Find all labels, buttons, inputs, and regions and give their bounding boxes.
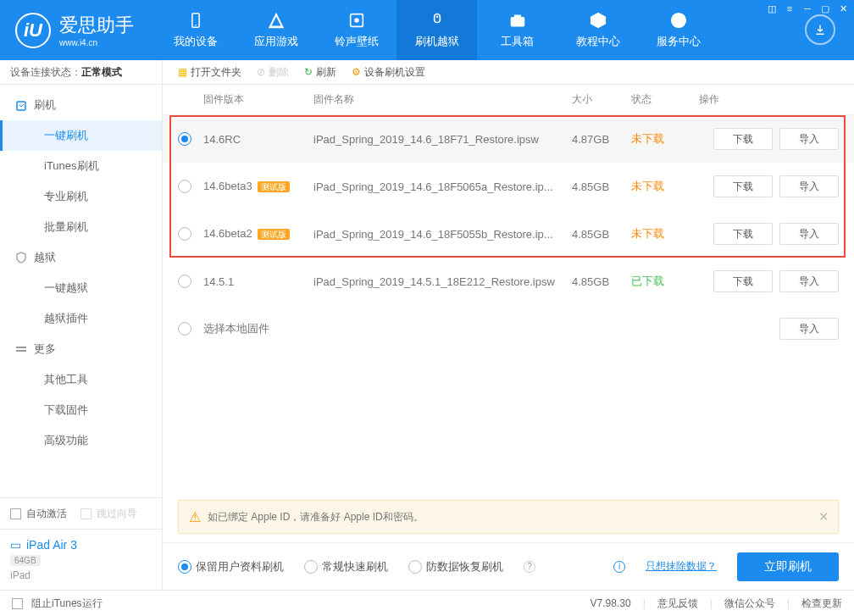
row-action-button[interactable]: 下载 <box>713 270 773 292</box>
row-status: 未下载 <box>631 131 699 147</box>
main-panel: ▦打开文件夹 ⊘删除 ↻刷新 ⚙设备刷机设置 固件版本 固件名称 大小 状态 操… <box>163 60 854 590</box>
column-headers: 固件版本 固件名称 大小 状态 操作 <box>163 85 854 115</box>
svg-point-6 <box>596 19 600 22</box>
wechat-link[interactable]: 微信公众号 <box>724 597 775 611</box>
nav-tab-2[interactable]: 铃声壁纸 <box>316 0 396 60</box>
flash-button[interactable]: 立即刷机 <box>737 552 839 581</box>
row-version: 14.6RC <box>203 133 313 146</box>
feedback-link[interactable]: 意见反馈 <box>657 597 698 611</box>
firmware-row[interactable]: 选择本地固件导入 <box>163 305 854 352</box>
row-action-button[interactable]: 导入 <box>779 318 839 340</box>
status-label: 设备连接状态： <box>10 65 81 80</box>
maximize-icon[interactable]: ▢ <box>818 2 833 15</box>
sidebar-item[interactable]: 专业刷机 <box>0 181 162 212</box>
block-itunes-checkbox[interactable] <box>12 598 23 609</box>
firmware-row[interactable]: 14.6beta2测试版iPad_Spring_2019_14.6_18F505… <box>163 210 854 258</box>
row-status: 已下载 <box>631 274 699 289</box>
tip-text: 如已绑定 Apple ID，请准备好 Apple ID和密码。 <box>208 510 424 524</box>
sidebar-group[interactable]: 刷机 <box>0 90 162 120</box>
row-action-button[interactable]: 导入 <box>779 175 839 197</box>
mode-option[interactable]: 保留用户资料刷机 <box>178 559 284 574</box>
sidebar-item[interactable]: 其他工具 <box>0 364 162 395</box>
firmware-row[interactable]: 14.5.1iPad_Spring_2019_14.5.1_18E212_Res… <box>163 258 854 305</box>
nav-tab-5[interactable]: 教程中心 <box>557 0 638 60</box>
svg-point-4 <box>435 16 438 18</box>
row-action-button[interactable]: 导入 <box>779 223 839 245</box>
sidebar-item[interactable]: 越狱插件 <box>0 303 162 334</box>
sidebar-group[interactable]: 更多 <box>0 334 162 364</box>
sidebar-item[interactable]: 下载固件 <box>0 395 162 425</box>
status-bar: 设备连接状态： 正常模式 <box>0 60 162 85</box>
mode-bar: 保留用户资料刷机常规快速刷机防数据恢复刷机 ? i 只想抹除数据？ 立即刷机 <box>163 542 854 590</box>
nav-icon <box>428 11 446 30</box>
erase-link[interactable]: 只想抹除数据？ <box>646 559 717 574</box>
sidebar-item[interactable]: 高级功能 <box>0 425 162 456</box>
firmware-row[interactable]: 14.6RCiPad_Spring_2019_14.6_18F71_Restor… <box>163 115 854 163</box>
device-info[interactable]: ▭iPad Air 3 64GB iPad <box>0 529 162 590</box>
row-version: 14.5.1 <box>203 275 313 288</box>
svg-point-1 <box>195 25 197 26</box>
col-ops: 操作 <box>699 92 839 107</box>
block-itunes-label: 阻止iTunes运行 <box>31 597 103 611</box>
header: ◫ ≡ ─ ▢ ✕ iU 爱思助手 www.i4.cn 我的设备应用游戏铃声壁纸… <box>0 0 854 60</box>
sidebar-item[interactable]: 一键刷机 <box>0 120 162 151</box>
mode-radio[interactable] <box>408 560 422 574</box>
firmware-row[interactable]: 14.6beta3测试版iPad_Spring_2019_14.6_18F506… <box>163 163 854 210</box>
sidebar-item[interactable]: 一键越狱 <box>0 273 162 303</box>
sidebar-item[interactable]: 批量刷机 <box>0 212 162 242</box>
menu-icon[interactable]: ≡ <box>782 2 797 15</box>
nav-tab-1[interactable]: 应用游戏 <box>236 0 316 60</box>
row-action-button[interactable]: 下载 <box>713 128 773 150</box>
row-radio[interactable] <box>178 132 191 146</box>
mode-radio[interactable] <box>304 560 318 574</box>
mode-option[interactable]: 常规快速刷机 <box>304 559 388 574</box>
nav-tab-3[interactable]: 刷机越狱 <box>396 0 477 60</box>
row-size: 4.85GB <box>572 275 631 288</box>
update-link[interactable]: 检查更新 <box>801 597 842 611</box>
theme-icon[interactable]: ◫ <box>764 2 779 15</box>
mode-radio[interactable] <box>178 560 191 574</box>
row-action-button[interactable]: 导入 <box>779 128 839 150</box>
row-radio[interactable] <box>178 180 191 193</box>
help-icon[interactable]: ? <box>524 561 535 573</box>
minimize-icon[interactable]: ─ <box>800 2 815 15</box>
beta-badge: 测试版 <box>258 229 290 240</box>
tip-close-icon[interactable]: ✕ <box>818 509 829 524</box>
svg-rect-10 <box>16 350 26 352</box>
auto-activate-checkbox[interactable] <box>10 508 21 519</box>
close-icon[interactable]: ✕ <box>835 2 851 15</box>
nav-label: 工具箱 <box>501 34 534 49</box>
nav-icon <box>186 11 205 30</box>
window-controls: ◫ ≡ ─ ▢ ✕ <box>764 2 851 15</box>
nav-label: 教程中心 <box>576 34 620 49</box>
open-folder-button[interactable]: ▦打开文件夹 <box>178 65 241 80</box>
nav-tab-0[interactable]: 我的设备 <box>155 0 236 60</box>
logo-sub: www.i4.cn <box>59 38 134 47</box>
svg-rect-9 <box>16 347 26 348</box>
skip-guide-checkbox[interactable] <box>80 508 92 519</box>
skip-guide-label: 跳过向导 <box>97 507 137 521</box>
sidebar-group[interactable]: 越狱 <box>0 242 162 273</box>
nav-tab-4[interactable]: 工具箱 <box>477 0 557 60</box>
toolbar: ▦打开文件夹 ⊘删除 ↻刷新 ⚙设备刷机设置 <box>163 60 854 85</box>
refresh-button[interactable]: ↻刷新 <box>304 65 336 80</box>
row-radio[interactable] <box>178 227 191 241</box>
group-icon <box>15 99 27 111</box>
row-action-button[interactable]: 下载 <box>713 223 773 245</box>
device-capacity: 64GB <box>10 555 41 566</box>
col-status: 状态 <box>631 92 699 107</box>
nav-icon <box>589 11 607 30</box>
sidebar-item[interactable]: iTunes刷机 <box>0 151 162 181</box>
row-radio[interactable] <box>178 275 191 288</box>
sidebar: 设备连接状态： 正常模式 刷机一键刷机iTunes刷机专业刷机批量刷机越狱一键越… <box>0 60 163 590</box>
download-circle-icon[interactable] <box>805 14 835 45</box>
row-size: 4.85GB <box>572 180 631 193</box>
settings-button[interactable]: ⚙设备刷机设置 <box>352 65 425 80</box>
mode-option[interactable]: 防数据恢复刷机 <box>408 559 503 574</box>
row-size: 4.87GB <box>572 133 631 146</box>
row-radio[interactable] <box>178 322 191 336</box>
row-action-button[interactable]: 导入 <box>779 270 839 292</box>
nav-tab-6[interactable]: 服务中心 <box>638 0 718 60</box>
svg-rect-5 <box>511 18 524 26</box>
row-action-button[interactable]: 下载 <box>713 175 773 197</box>
